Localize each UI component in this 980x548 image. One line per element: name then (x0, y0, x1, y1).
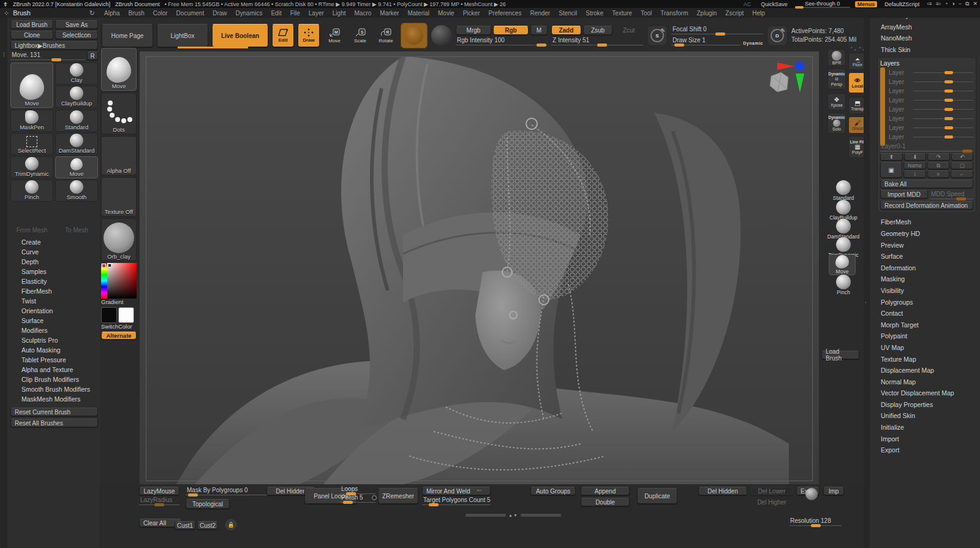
z-intensity-slider[interactable]: Z Intensity 51 (551, 37, 643, 45)
layer-name-button[interactable]: Name (903, 162, 926, 169)
tool-section-item[interactable]: Contact (878, 308, 976, 319)
tool-section-item[interactable]: Displacement Map (878, 365, 976, 376)
alternate-button[interactable]: Alternate (101, 332, 137, 340)
brush-section-item[interactable]: Smooth Brush Modifiers (10, 384, 98, 394)
brush-tile-standard[interactable]: Standard (55, 110, 98, 132)
layer-redo-button[interactable]: ↷ (927, 153, 950, 161)
lazyradius-slider[interactable]: LazyRadius (139, 497, 179, 505)
lightbox-brushes-button[interactable]: Lightbox▶Brushes (10, 41, 98, 50)
topological-button[interactable]: Topological (186, 499, 230, 509)
layer-merge-icon[interactable]: ⤵ (903, 170, 926, 178)
brush-tile-claybuildup[interactable]: ClayBuildup (55, 86, 98, 108)
live-boolean-button[interactable]: Live Boolean (212, 24, 268, 47)
brush-name-slider[interactable]: Move. 131 (10, 51, 85, 60)
brush-tile-pinch[interactable]: Pinch (10, 180, 53, 202)
bpr-button[interactable]: BPR (827, 49, 846, 66)
select-icon-button[interactable]: SelectIcon (55, 31, 98, 39)
auto-groups-button[interactable]: Auto Groups (530, 487, 576, 495)
target-polygons-slider[interactable]: Target Polygons Count 5 (422, 497, 491, 505)
menu-item[interactable]: Render (526, 10, 554, 17)
layer-invert-icon[interactable]: ⌐ (951, 170, 973, 178)
brush-section-item[interactable]: Orientation (10, 306, 98, 316)
reset-all-brushes-button[interactable]: Reset All Brushes (10, 419, 98, 427)
del-hidden2-button[interactable]: Del Hidden (698, 487, 747, 495)
draw-button[interactable]: Draw (298, 24, 320, 47)
layer-delete-icon[interactable]: ▢ (951, 162, 973, 169)
edit-button[interactable]: Edit (272, 24, 294, 47)
brush-section-item[interactable]: Modifiers (10, 325, 98, 335)
rgb-button[interactable]: Rgb (493, 26, 529, 35)
close-icon[interactable]: ✕ (973, 1, 978, 7)
tool-section-item[interactable]: Vector Displacement Map (878, 387, 976, 399)
brush-tile-clay[interactable]: Clay (55, 63, 98, 85)
tray-resize-handle[interactable]: ▲▼ (466, 513, 561, 517)
panel-grip-icon[interactable]: ⁘ (4, 9, 9, 17)
rotate-gizmo-button[interactable]: R Rotate (375, 24, 397, 47)
brush-section-item[interactable]: Twist (10, 296, 98, 306)
menu-item[interactable]: Color (149, 10, 172, 17)
scale-gizmo-button[interactable]: S Scale (349, 24, 371, 47)
menu-item[interactable]: Document (172, 10, 209, 17)
tool-section-item[interactable]: FiberMesh (878, 216, 976, 228)
menu-item[interactable]: Brush (124, 10, 149, 17)
bake-all-button[interactable]: Bake All (880, 180, 973, 188)
tray-sphere-icon[interactable] (805, 488, 818, 500)
brush-tile-smooth[interactable]: Smooth (55, 180, 98, 202)
duplicate-button[interactable]: Duplicate (637, 488, 677, 504)
gradient-picker-icon[interactable] (101, 263, 137, 299)
zadd-button[interactable]: Zadd (551, 26, 581, 35)
menu-item[interactable]: Zscript (721, 10, 748, 17)
tool-section-item[interactable]: Morph Target (878, 319, 976, 331)
cust1-button[interactable]: Cust1 (175, 521, 195, 530)
tool-section-item[interactable]: Geometry HD (878, 228, 976, 240)
layer-row[interactable]: Layer (889, 132, 973, 142)
mrgb-button[interactable]: Mrgb (456, 26, 491, 35)
zsub-button[interactable]: Zsub (583, 26, 613, 35)
brush-tile-maskpen[interactable]: MaskPen (10, 110, 53, 132)
del-higher-button[interactable]: Del Higher (751, 498, 793, 506)
brush-section-item[interactable]: Depth (10, 257, 98, 267)
layer-split-icon[interactable]: ≡ (927, 170, 950, 178)
brush-section-item[interactable]: Tablet Pressure (10, 355, 98, 365)
mdd-speed-slider[interactable]: MDD Speed (930, 191, 973, 199)
menu-item[interactable]: Texture (608, 10, 636, 17)
tool-section-item[interactable]: Export (878, 444, 976, 456)
clone-button[interactable]: Clone (10, 31, 53, 39)
brush-section-item[interactable]: Clip Brush Modifiers (10, 375, 98, 384)
quick-brush-move[interactable]: Move (829, 254, 856, 275)
current-brush-tile[interactable]: Move (101, 48, 137, 91)
menus-button[interactable]: Menus (855, 1, 878, 7)
brush-tile-selectrect[interactable]: SelectRect (10, 133, 53, 155)
brush-tile-move-large[interactable]: Move (10, 63, 53, 108)
brush-section-item[interactable]: Create (10, 237, 98, 247)
menu-item[interactable]: Light (328, 10, 350, 17)
m-button[interactable]: M (530, 26, 548, 35)
tool-section-item[interactable]: Polypaint (878, 330, 976, 342)
tool-section-item[interactable]: Import (878, 433, 976, 445)
menu-item[interactable]: Preferences (484, 10, 526, 17)
layer-undo-button[interactable]: ↶ (951, 153, 974, 161)
menu-item[interactable]: Alpha (100, 10, 124, 17)
tool-section-item[interactable]: Polygroups (878, 297, 976, 308)
current-brush-well[interactable] (401, 23, 428, 48)
pen-tablet-icon[interactable]: ◑ (951, 1, 954, 7)
tool-section-item[interactable]: Surface (878, 251, 976, 262)
menu-item[interactable]: Edit (266, 10, 285, 17)
stroke-dial-d[interactable]: D✎ (767, 25, 788, 46)
section-arraymesh[interactable]: ArrayMesh (878, 21, 976, 33)
zcut-button[interactable]: Zcut (614, 26, 643, 35)
material-tile[interactable]: Orb_clay (101, 218, 137, 261)
layer-row[interactable]: Layer (889, 105, 973, 114)
loops-slider[interactable]: Loops (340, 485, 375, 494)
reset-current-brush-button[interactable]: Reset Current Brush (10, 408, 98, 416)
pressure-icon[interactable]: ◔ (944, 1, 948, 7)
alpha-tile[interactable]: Alpha Off (101, 136, 137, 175)
import-mdd-button[interactable]: Import MDD (880, 190, 928, 199)
del-lower-button[interactable]: Del Lower (751, 487, 793, 495)
menu-item[interactable]: File (286, 10, 304, 17)
menu-item[interactable]: Zplugin (693, 10, 722, 17)
restore-icon[interactable]: ⧉ (965, 1, 969, 7)
polish-slider[interactable]: Polish 5 (340, 494, 375, 503)
tool-section-item[interactable]: Masking (878, 273, 976, 285)
draw-size-slider[interactable]: Draw Size 1 (671, 37, 741, 45)
